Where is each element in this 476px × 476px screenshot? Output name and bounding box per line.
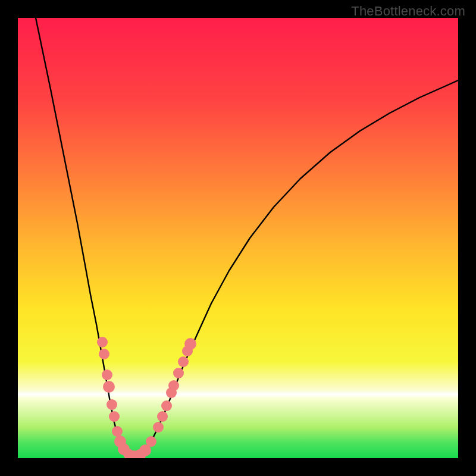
data-marker	[107, 399, 117, 410]
data-marker	[97, 337, 108, 347]
data-marker	[146, 436, 156, 447]
watermark-text: TheBottleneck.com	[351, 4, 465, 19]
data-marker	[173, 368, 184, 378]
curve-layer	[18, 18, 458, 458]
data-marker	[102, 369, 112, 380]
data-marker	[161, 400, 172, 411]
plot-area	[18, 18, 458, 458]
data-marker	[103, 381, 115, 393]
data-marker	[157, 411, 168, 422]
data-marker	[112, 426, 123, 437]
chart-frame: TheBottleneck.com	[0, 0, 476, 476]
curve-right	[136, 80, 458, 458]
data-marker	[99, 349, 109, 359]
data-marker	[178, 356, 189, 367]
data-marker	[168, 380, 179, 391]
data-marker	[184, 338, 196, 350]
data-marker	[153, 422, 164, 433]
curve-left	[36, 18, 136, 458]
data-marker	[109, 411, 120, 422]
marker-group	[97, 337, 196, 458]
